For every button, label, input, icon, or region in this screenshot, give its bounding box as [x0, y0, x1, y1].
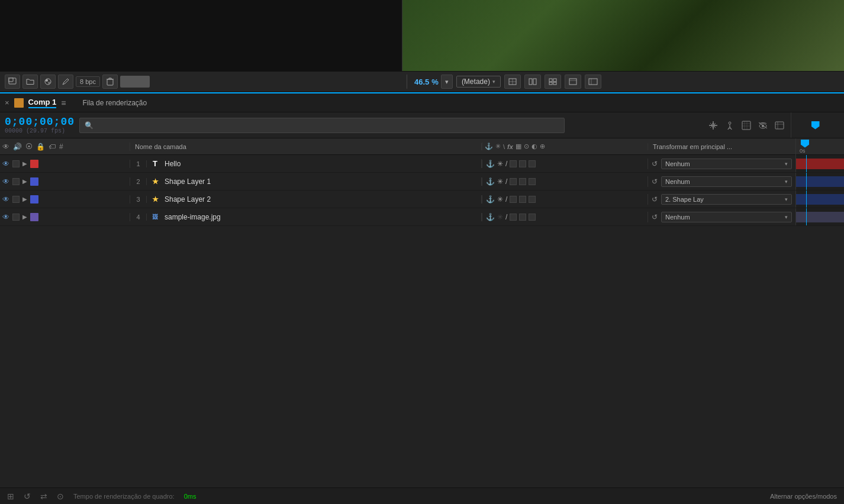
- layer-1-fx-star[interactable]: ✳: [497, 160, 503, 168]
- zoom-preset-dropdown[interactable]: (Metade) ▾: [456, 76, 501, 88]
- layer-2-sq3[interactable]: [519, 178, 526, 185]
- layer-2-parent-cycle[interactable]: ↺: [652, 177, 658, 186]
- effects-button[interactable]: [40, 75, 56, 89]
- open-folder-button[interactable]: [22, 75, 38, 89]
- layer-4-parent-arrow: ▾: [785, 214, 788, 220]
- layer-4-sq1[interactable]: [12, 214, 20, 221]
- status-icon-1[interactable]: ⊞: [7, 492, 14, 501]
- new-comp-button[interactable]: [5, 75, 20, 89]
- view-btn-2[interactable]: [524, 75, 541, 89]
- layer-row-2[interactable]: 👁 ▶ 2 ★ Shape Layer 1 ⚓ ✳ / ↺ Nenhum ▾: [0, 173, 844, 190]
- zoom-unit: %: [431, 77, 439, 86]
- status-icon-4[interactable]: ⊙: [57, 492, 64, 501]
- layer-3-parent-cycle[interactable]: ↺: [652, 195, 658, 203]
- search-input[interactable]: [96, 121, 559, 130]
- layer-4-fx-slash[interactable]: /: [505, 213, 507, 221]
- layer-1-sq3[interactable]: [519, 160, 526, 167]
- layer-1-eye[interactable]: 👁: [2, 160, 9, 168]
- layer-3-sq1[interactable]: [12, 196, 20, 203]
- layer-4-num: 4: [130, 214, 147, 221]
- zoom-value[interactable]: 46.5: [414, 77, 429, 86]
- toolbar-right: 46.5 % ▾ (Metade) ▾: [410, 75, 839, 89]
- layer-1-fx-anchor[interactable]: ⚓: [486, 160, 495, 168]
- layer-3-parent[interactable]: ↺ 2. Shape Lay ▾: [648, 194, 795, 205]
- layer-2-fx-anchor[interactable]: ⚓: [486, 177, 495, 186]
- layer-4-parent-dropdown[interactable]: Nenhum ▾: [661, 212, 792, 222]
- layer-2-fx: ⚓ ✳ /: [482, 177, 648, 186]
- layer-2-color: [30, 177, 38, 186]
- layer-1-fx-slash[interactable]: /: [505, 160, 507, 168]
- layer-3-eye[interactable]: 👁: [2, 195, 9, 203]
- layer-3-sq4[interactable]: [529, 196, 536, 203]
- layer-2-fx-star[interactable]: ✳: [497, 177, 503, 186]
- playhead-handle-top: [811, 121, 820, 130]
- layer-4-sq4[interactable]: [529, 214, 536, 221]
- layer-2-sq4[interactable]: [529, 178, 536, 185]
- layer-2-sq1[interactable]: [12, 178, 20, 185]
- zoom-dropdown-arrow[interactable]: ▾: [441, 75, 453, 89]
- layer-3-fx-star[interactable]: ✳: [497, 195, 503, 203]
- panel-menu-button[interactable]: ≡: [61, 98, 66, 108]
- layer-row-4[interactable]: 👁 ▶ 4 🖼 sample-image.jpg ⚓ ✳ / ↺ Nenhum …: [0, 208, 844, 226]
- render-queue-tab[interactable]: Fila de renderização: [82, 99, 147, 107]
- anchor-tool[interactable]: [723, 119, 736, 132]
- layer-2-track: [795, 173, 844, 190]
- timecode-sub: 00000 (29.97 fps): [5, 128, 75, 134]
- layer-1-sq1[interactable]: [12, 160, 20, 167]
- view-btn-5[interactable]: [585, 75, 601, 89]
- layer-2-parent-dropdown[interactable]: Nenhum ▾: [661, 176, 792, 187]
- layer-4-sq3[interactable]: [519, 214, 526, 221]
- shy-tool[interactable]: [756, 119, 769, 132]
- alt-options-link[interactable]: Alternar opções/modos: [770, 493, 837, 500]
- layer-4-name-area: 🖼 sample-image.jpg: [147, 213, 482, 221]
- layer-3-fx-anchor[interactable]: ⚓: [486, 195, 495, 203]
- layer-1-parent-dropdown[interactable]: Nenhum ▾: [661, 159, 792, 169]
- layer-3-fx: ⚓ ✳ /: [482, 195, 648, 203]
- layer-2-sq2[interactable]: [510, 178, 517, 185]
- layer-4-parent-cycle[interactable]: ↺: [652, 213, 658, 221]
- layer-3-parent-dropdown[interactable]: 2. Shape Lay ▾: [661, 194, 792, 205]
- view-btn-3[interactable]: [545, 75, 561, 89]
- view-btn-1[interactable]: [504, 75, 521, 89]
- search-icon: 🔍: [85, 121, 94, 130]
- layer-3-expand[interactable]: ▶: [22, 196, 27, 202]
- layer-2-expand[interactable]: ▶: [22, 178, 27, 185]
- search-box[interactable]: 🔍: [79, 118, 565, 133]
- layer-3-sq2[interactable]: [510, 196, 517, 203]
- layer-1-sq2[interactable]: [510, 160, 517, 167]
- timecode-display[interactable]: 0;00;00;00 00000 (29.97 fps): [5, 116, 75, 134]
- layer-3-vis: 👁 ▶: [0, 195, 130, 203]
- status-icon-3[interactable]: ⇄: [40, 492, 47, 501]
- layer-1-parent[interactable]: ↺ Nenhum ▾: [648, 159, 795, 169]
- layer-4-type-icon: 🖼: [149, 214, 161, 220]
- layer-4-fx-star[interactable]: ✳: [497, 213, 503, 221]
- layer-4-sq2[interactable]: [510, 214, 517, 221]
- layer-row-3[interactable]: 👁 ▶ 3 ★ Shape Layer 2 ⚓ ✳ / ↺ 2. Shape L…: [0, 190, 844, 208]
- status-icon-2[interactable]: ↺: [24, 492, 31, 501]
- layer-row-1[interactable]: 👁 ▶ 1 T Hello ⚓ ✳ / ↺ Nenhum ▾: [0, 155, 844, 173]
- layer-4-eye[interactable]: 👁: [2, 213, 9, 221]
- layer-4-parent[interactable]: ↺ Nenhum ▾: [648, 212, 795, 222]
- layer-4-expand[interactable]: ▶: [22, 214, 27, 220]
- view-btn-4[interactable]: [565, 75, 581, 89]
- layer-3-sq3[interactable]: [519, 196, 526, 203]
- layer-2-eye[interactable]: 👁: [2, 177, 9, 186]
- comp-tab[interactable]: Comp 1: [28, 98, 57, 108]
- layer-1-sq4[interactable]: [529, 160, 536, 167]
- frame-blending-tool[interactable]: [773, 119, 786, 132]
- timecode-main[interactable]: 0;00;00;00: [5, 116, 75, 128]
- svg-point-16: [729, 122, 731, 124]
- layer-2-fx-slash[interactable]: /: [505, 177, 507, 186]
- delete-button[interactable]: [102, 75, 118, 89]
- layer-1-parent-cycle[interactable]: ↺: [652, 160, 658, 168]
- layer-2-parent[interactable]: ↺ Nenhum ▾: [648, 176, 795, 187]
- pen-button[interactable]: [58, 75, 73, 89]
- color-swatch[interactable]: [120, 76, 150, 88]
- layer-4-fx-anchor[interactable]: ⚓: [486, 213, 495, 221]
- snapping-tool[interactable]: [707, 119, 720, 132]
- motion-blur-tool[interactable]: [740, 119, 753, 132]
- layer-3-fx-slash[interactable]: /: [505, 195, 507, 203]
- bpc-label[interactable]: 8 bpc: [76, 76, 100, 87]
- layer-1-expand[interactable]: ▶: [22, 160, 27, 167]
- close-panel-button[interactable]: ×: [5, 98, 9, 107]
